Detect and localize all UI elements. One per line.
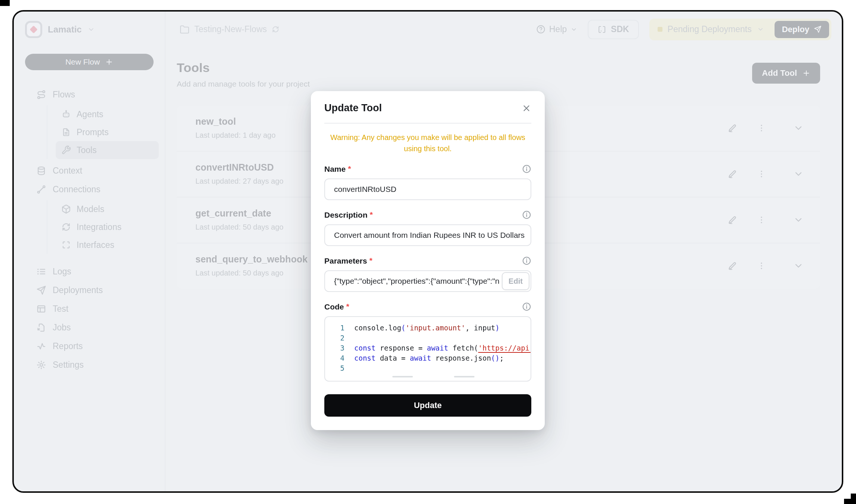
- info-icon[interactable]: [522, 210, 531, 220]
- code-line: 4 const data = await response.json();: [325, 353, 531, 363]
- line-number: 1: [325, 324, 344, 332]
- name-field-group: Name * convertINRtoUSD: [324, 164, 531, 200]
- code-editor[interactable]: 1 console.log('input.amount', input) 2 3…: [324, 316, 531, 382]
- warning-text: Warning: Any changes you make will be ap…: [324, 132, 531, 154]
- code-line: 3 const response = await fetch('https://…: [325, 343, 531, 353]
- name-input[interactable]: convertINRtoUSD: [324, 178, 531, 200]
- required-marker: *: [348, 164, 351, 173]
- update-tool-modal: Update Tool Warning: Any changes you mak…: [311, 91, 545, 430]
- description-input[interactable]: Convert amount from Indian Rupees INR to…: [324, 224, 531, 246]
- close-icon[interactable]: [522, 103, 531, 113]
- info-icon[interactable]: [522, 164, 531, 174]
- edit-parameters-button[interactable]: Edit: [502, 272, 529, 290]
- required-marker: *: [369, 256, 372, 265]
- required-marker: *: [346, 302, 349, 311]
- update-button[interactable]: Update: [324, 394, 531, 417]
- code-label: Code: [324, 302, 344, 311]
- code-line: 5: [325, 363, 531, 373]
- description-field-group: Description * Convert amount from Indian…: [324, 210, 531, 246]
- parameters-input[interactable]: {"type":"object","properties":{"amount":…: [324, 270, 531, 292]
- screen-artifact-bottom-right: [844, 499, 856, 504]
- line-number: 2: [325, 334, 344, 342]
- screen-artifact-bottom-right: [851, 494, 856, 500]
- line-number: 5: [325, 364, 344, 372]
- code-horizontal-scrollbar[interactable]: [392, 376, 475, 378]
- parameters-label: Parameters: [324, 256, 367, 265]
- info-icon[interactable]: [522, 256, 531, 265]
- line-number: 3: [325, 344, 344, 352]
- modal-title: Update Tool: [324, 102, 382, 114]
- code-line: 1 console.log('input.amount', input): [325, 323, 531, 333]
- line-number: 4: [325, 354, 344, 362]
- info-icon[interactable]: [522, 302, 531, 311]
- description-label: Description: [324, 211, 368, 220]
- app-window: Lamatic New Flow Flows Agents: [12, 10, 843, 493]
- screen-artifact-top-left: [0, 0, 10, 6]
- required-marker: *: [370, 210, 373, 219]
- divider: [324, 123, 531, 124]
- parameters-field-group: Parameters * {"type":"object","propertie…: [324, 256, 531, 292]
- code-field-group: Code * 1 console.log('input.amount', inp…: [324, 302, 531, 382]
- name-label: Name: [324, 165, 346, 174]
- code-line: 2: [325, 333, 531, 343]
